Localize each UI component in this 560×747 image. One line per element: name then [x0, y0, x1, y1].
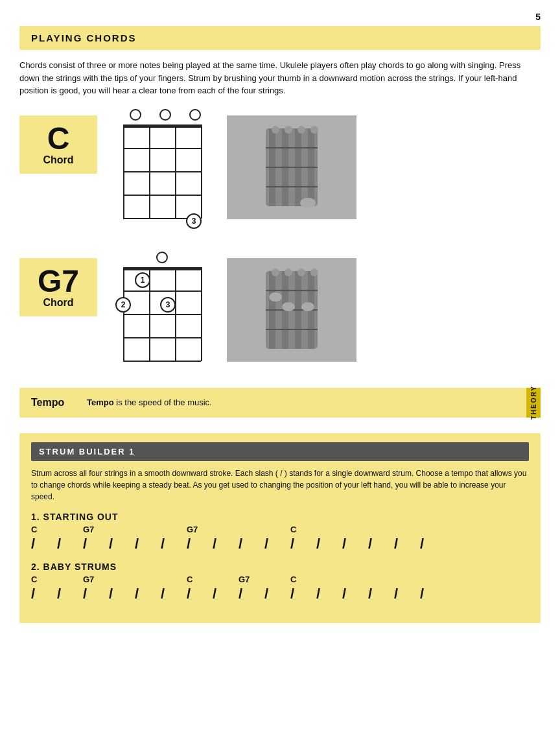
- ex1-s3: /: [83, 536, 109, 552]
- ex1-s16: /: [420, 536, 446, 552]
- ex2-s14: /: [368, 586, 394, 602]
- ex1-s7: /: [187, 536, 213, 552]
- section-title: PLAYING CHORDS: [31, 32, 136, 43]
- ex2-s15: /: [394, 586, 420, 602]
- c-chord-label: C Chord: [19, 115, 97, 174]
- g7-chord-row: G7 Chord 1 2 3: [19, 252, 541, 362]
- exercise-1-chords: C G7 G7 C: [31, 525, 529, 534]
- svg-point-23: [272, 268, 279, 276]
- ex2-s1: /: [31, 586, 57, 602]
- theory-box: Tempo Tempo is the speed of the music. T…: [19, 388, 541, 418]
- exercise-2-name: BABY STRUMS: [43, 562, 117, 572]
- svg-point-27: [269, 292, 282, 302]
- c-chord-word: Chord: [43, 154, 73, 166]
- ex2-s8: /: [213, 586, 239, 602]
- c-open-string-2: [159, 109, 171, 121]
- ex1-chord-g71: G7: [83, 525, 187, 534]
- intro-text: Chords consist of three or more notes be…: [19, 59, 541, 97]
- strum-builder-desc: Strum across all four strings in a smoot…: [31, 468, 529, 503]
- ex2-s10: /: [264, 586, 290, 602]
- g7-finger-3: 3: [160, 297, 176, 313]
- svg-point-26: [310, 268, 318, 276]
- ex1-s13: /: [342, 536, 368, 552]
- exercise-2-slashes: / / / / / / / / / / / / / / / /: [31, 586, 529, 602]
- ex2-s2: /: [57, 586, 83, 602]
- c-chord-diagram: 3: [123, 109, 201, 219]
- g7-chord-diagram: 1 2 3: [123, 252, 201, 361]
- exercise-2: 2. BABY STRUMS C G7 C G7 C / / / / / / /…: [31, 562, 529, 602]
- exercise-2-title: 2. BABY STRUMS: [31, 562, 529, 572]
- ex2-chord-c3: C: [290, 575, 342, 584]
- svg-point-10: [285, 126, 292, 134]
- ex2-chord-g72: G7: [239, 575, 290, 584]
- c-open-strings: [123, 109, 201, 121]
- ex1-s12: /: [316, 536, 342, 552]
- theory-side-label: THEORY: [526, 388, 541, 418]
- g7-chord-label: G7 Chord: [19, 258, 97, 316]
- ex2-s11: /: [290, 586, 316, 602]
- exercise-1-title: 1. STARTING OUT: [31, 512, 529, 522]
- theory-bold: Tempo: [87, 397, 114, 407]
- ex1-chord-g72: G7: [187, 525, 290, 534]
- section-header: PLAYING CHORDS: [19, 26, 541, 50]
- exercise-1: 1. STARTING OUT C G7 G7 C / / / / / / / …: [31, 512, 529, 552]
- ex1-s4: /: [109, 536, 135, 552]
- svg-point-29: [301, 302, 314, 311]
- page-number: 5: [535, 12, 541, 22]
- ex2-s5: /: [135, 586, 161, 602]
- g7-chord-photo: [227, 258, 356, 362]
- c-open-string-3: [189, 109, 201, 121]
- theory-desc: is the speed of the music.: [116, 397, 211, 407]
- ex2-s16: /: [420, 586, 446, 602]
- svg-point-13: [300, 198, 316, 208]
- theory-side-text: THEORY: [530, 385, 537, 420]
- g7-grid-container: 1 2 3: [123, 267, 201, 361]
- g7-finger-2: 2: [115, 297, 131, 313]
- exercise-1-number: 1.: [31, 512, 40, 522]
- ex2-s9: /: [239, 586, 264, 602]
- theory-word: Tempo: [31, 397, 76, 409]
- ex1-s6: /: [161, 536, 187, 552]
- theory-text: Tempo is the speed of the music.: [87, 397, 212, 407]
- ex2-chord-c1: C: [31, 575, 83, 584]
- ex1-s10: /: [264, 536, 290, 552]
- ex1-s8: /: [213, 536, 239, 552]
- ex2-chord-c2: C: [187, 575, 239, 584]
- ex2-s12: /: [316, 586, 342, 602]
- svg-point-11: [298, 126, 305, 134]
- strum-builder-title: STRUM BUILDER 1: [39, 447, 135, 456]
- g7-open-string-1: [156, 252, 168, 263]
- svg-point-9: [272, 126, 279, 134]
- c-chord-photo: [227, 115, 356, 219]
- ex2-s6: /: [161, 586, 187, 602]
- svg-point-12: [310, 126, 318, 134]
- exercise-2-chords: C G7 C G7 C: [31, 575, 529, 584]
- svg-point-25: [298, 268, 305, 276]
- ex1-s11: /: [290, 536, 316, 552]
- c-finger-3: 3: [186, 213, 202, 229]
- exercise-1-slashes: / / / / / / / / / / / / / / / /: [31, 536, 529, 552]
- g7-chord-name: G7: [38, 266, 79, 297]
- ex2-s4: /: [109, 586, 135, 602]
- c-chord-row: C Chord 3: [19, 109, 541, 219]
- ex2-s3: /: [83, 586, 109, 602]
- ex1-s9: /: [239, 536, 264, 552]
- exercise-2-number: 2.: [31, 562, 40, 572]
- exercise-1-name: STARTING OUT: [43, 512, 119, 522]
- g7-chord-word: Chord: [43, 297, 73, 309]
- ex1-s1: /: [31, 536, 57, 552]
- g7-open-strings: [156, 252, 168, 263]
- ex2-s7: /: [187, 586, 213, 602]
- ex1-s14: /: [368, 536, 394, 552]
- ex1-chord-c2: C: [290, 525, 342, 534]
- ex1-s5: /: [135, 536, 161, 552]
- svg-point-28: [282, 302, 295, 311]
- strum-builder-section: STRUM BUILDER 1 Strum across all four st…: [19, 433, 541, 623]
- ex1-s2: /: [57, 536, 83, 552]
- ex1-chord-c1: C: [31, 525, 83, 534]
- g7-finger-1: 1: [135, 272, 150, 288]
- c-grid-container: 3: [123, 124, 201, 219]
- svg-point-24: [285, 268, 292, 276]
- strum-builder-header: STRUM BUILDER 1: [31, 442, 529, 461]
- ex2-s13: /: [342, 586, 368, 602]
